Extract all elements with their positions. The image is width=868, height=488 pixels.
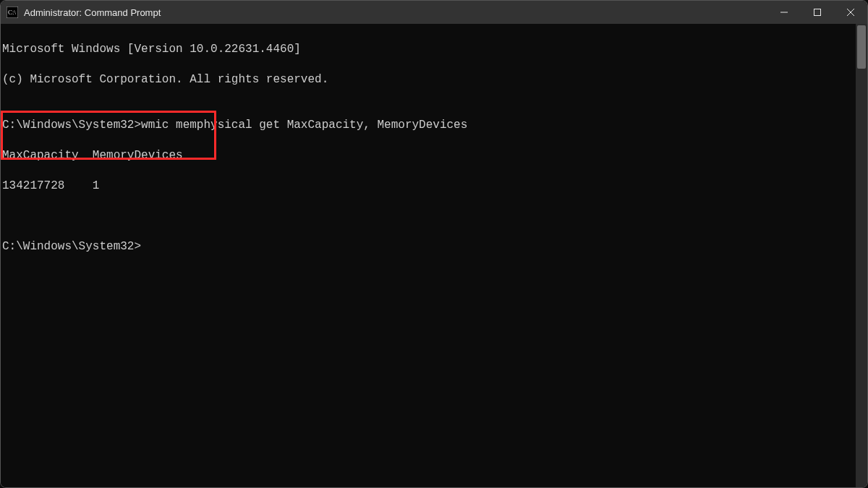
prompt-path: C:\Windows\System32> xyxy=(2,119,141,132)
content-area: Microsoft Windows [Version 10.0.22631.44… xyxy=(1,24,867,487)
version-line: Microsoft Windows [Version 10.0.22631.44… xyxy=(2,42,856,57)
command-prompt-window: C:\ Administrator: Command Prompt Micros… xyxy=(0,0,868,488)
window-controls xyxy=(767,1,867,24)
minimize-button[interactable] xyxy=(767,1,801,24)
prompt-path: C:\Windows\System32> xyxy=(2,240,141,253)
output-row: 134217728 1 xyxy=(2,179,856,194)
vertical-scrollbar[interactable] xyxy=(856,24,867,487)
svg-text:C:\: C:\ xyxy=(8,9,17,16)
svg-rect-3 xyxy=(814,9,821,16)
scrollbar-thumb[interactable] xyxy=(857,25,866,69)
close-button[interactable] xyxy=(834,1,867,24)
output-header: MaxCapacity MemoryDevices xyxy=(2,148,856,163)
copyright-line: (c) Microsoft Corporation. All rights re… xyxy=(2,72,856,87)
prompt-line-2: C:\Windows\System32> xyxy=(2,239,856,254)
prompt-command: wmic memphysical get MaxCapacity, Memory… xyxy=(141,119,467,132)
titlebar[interactable]: C:\ Administrator: Command Prompt xyxy=(1,1,867,24)
window-title: Administrator: Command Prompt xyxy=(24,7,161,18)
prompt-line-1: C:\Windows\System32>wmic memphysical get… xyxy=(2,118,856,133)
cmd-icon: C:\ xyxy=(7,7,18,18)
maximize-button[interactable] xyxy=(801,1,834,24)
terminal-output[interactable]: Microsoft Windows [Version 10.0.22631.44… xyxy=(1,24,856,487)
